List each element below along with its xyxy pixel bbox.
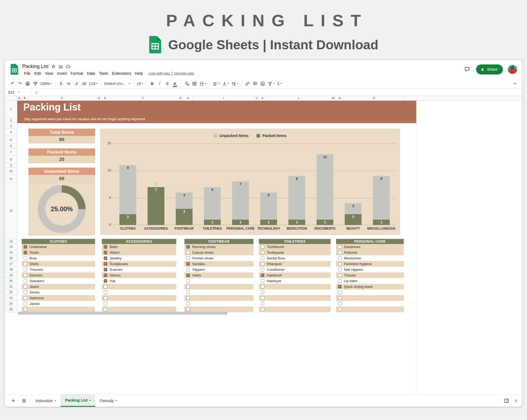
checklist-row[interactable]: ✓Jewelry bbox=[102, 255, 176, 261]
checkbox-empty[interactable] bbox=[24, 308, 27, 311]
checklist-row[interactable]: Lip balm bbox=[336, 278, 404, 284]
checklist-row[interactable] bbox=[184, 284, 253, 289]
checklist-row[interactable] bbox=[336, 301, 404, 307]
tab-instruction[interactable]: Instruction▾ bbox=[31, 395, 61, 407]
create-filter-button[interactable]: ▾ bbox=[266, 80, 275, 87]
checkbox-gloves[interactable]: ✓ bbox=[104, 274, 107, 277]
checkbox-slippers[interactable] bbox=[186, 268, 190, 271]
checklist-row[interactable]: ✓Sandals bbox=[184, 261, 253, 267]
checklist-row[interactable]: Sweaters bbox=[22, 278, 95, 284]
checkbox-underwear[interactable]: ✓ bbox=[24, 245, 27, 249]
checkbox-empty[interactable] bbox=[338, 302, 341, 305]
checkbox-trousers[interactable] bbox=[24, 268, 27, 271]
borders-button[interactable] bbox=[191, 80, 198, 87]
checklist-row[interactable]: ✓Scarves bbox=[102, 267, 176, 272]
tab-packing-list[interactable]: Packing List▾ bbox=[61, 395, 95, 407]
checkbox-empty[interactable] bbox=[338, 291, 341, 294]
checkbox-empty[interactable] bbox=[104, 291, 107, 294]
checkbox-lip-balm[interactable] bbox=[338, 279, 341, 283]
checklist-row[interactable] bbox=[259, 284, 331, 289]
checkbox-empty[interactable] bbox=[261, 302, 264, 305]
checkbox-shirts[interactable] bbox=[24, 262, 27, 266]
column-header-l[interactable]: L bbox=[267, 96, 331, 100]
row-header-19[interactable]: 19 bbox=[5, 272, 17, 278]
row-header-24[interactable]: 24 bbox=[5, 301, 17, 307]
checklist-row[interactable]: Hairdryer bbox=[259, 278, 331, 284]
horizontal-scrollbar[interactable] bbox=[18, 312, 227, 315]
checkbox-dresses[interactable] bbox=[24, 274, 27, 277]
checkbox-empty[interactable] bbox=[104, 296, 107, 300]
checkbox-feminine-hygiene[interactable] bbox=[338, 262, 341, 266]
menu-file[interactable]: File bbox=[22, 71, 32, 76]
row-header-10[interactable]: 10 bbox=[5, 168, 17, 175]
checkbox-dental-floss[interactable] bbox=[261, 256, 264, 260]
checklist-row[interactable]: ✓Hairbrush bbox=[259, 272, 331, 278]
checklist-row[interactable] bbox=[102, 289, 176, 295]
bar-chart-panel[interactable]: Unpacked ItemsPacked Items 2970331617151… bbox=[100, 129, 400, 235]
column-header-o[interactable]: O bbox=[344, 96, 404, 100]
menu-format[interactable]: Format bbox=[69, 71, 85, 76]
row-header-12[interactable]: 12 bbox=[5, 183, 17, 239]
checkbox-empty[interactable] bbox=[338, 308, 341, 311]
row-header-21[interactable]: 21 bbox=[5, 284, 17, 289]
checklist-row[interactable]: Shampoo bbox=[259, 261, 331, 267]
collapse-toolbar-button[interactable] bbox=[511, 80, 518, 87]
checklist-row[interactable]: Deodorant bbox=[336, 244, 404, 250]
checklist-row[interactable]: ✓Underwear bbox=[22, 244, 95, 250]
checkbox-empty[interactable] bbox=[261, 296, 264, 300]
checkbox-empty[interactable] bbox=[261, 308, 264, 311]
undo-button[interactable]: ↶ bbox=[9, 80, 16, 87]
checklist-row[interactable]: Formal shoes bbox=[184, 255, 253, 261]
checklist-row[interactable] bbox=[184, 289, 253, 295]
checkbox-perfume[interactable] bbox=[338, 251, 341, 254]
checkbox-toothpaste[interactable] bbox=[261, 251, 264, 254]
checklist-row[interactable]: ✓Quick drying towel bbox=[336, 284, 404, 289]
column-header-d[interactable]: D bbox=[96, 96, 102, 100]
insert-chart-button[interactable] bbox=[259, 80, 266, 87]
checkbox-empty[interactable] bbox=[104, 302, 107, 305]
row-header-9[interactable]: 9 bbox=[5, 163, 17, 168]
share-button[interactable]: Share bbox=[476, 64, 503, 74]
checklist-row[interactable] bbox=[336, 307, 404, 312]
checklist-row[interactable]: ✓Hat bbox=[102, 278, 176, 284]
row-header-8[interactable]: 8 bbox=[5, 156, 17, 163]
column-header-k[interactable]: K bbox=[259, 96, 267, 100]
checkbox-tissues[interactable] bbox=[338, 274, 341, 277]
checkbox-sandals[interactable]: ✓ bbox=[186, 262, 190, 266]
name-box[interactable]: Z12 ▾ bbox=[5, 89, 31, 96]
checkbox-belts[interactable]: ✓ bbox=[104, 245, 107, 249]
row-header-2[interactable]: 2 bbox=[5, 118, 17, 123]
checklist-row[interactable] bbox=[336, 289, 404, 295]
row-header-15[interactable]: 15 bbox=[5, 250, 17, 255]
redo-button[interactable]: ↷ bbox=[16, 80, 24, 87]
menu-help[interactable]: Help bbox=[133, 71, 145, 76]
column-header-m[interactable]: M bbox=[331, 96, 336, 100]
checkbox-empty[interactable] bbox=[186, 308, 190, 311]
row-header-5[interactable]: 5 bbox=[5, 136, 17, 144]
column-header-f[interactable]: F bbox=[108, 96, 178, 100]
donut-chart-panel[interactable]: 25.00% bbox=[28, 183, 95, 236]
checklist-row[interactable]: Casual shoes bbox=[184, 250, 253, 255]
checkbox-empty[interactable] bbox=[186, 279, 190, 283]
checklist-row[interactable] bbox=[102, 301, 176, 307]
text-color-button[interactable]: A bbox=[171, 80, 178, 87]
row-header-6[interactable]: 6 bbox=[5, 144, 17, 148]
checklist-row[interactable]: Dental floss bbox=[259, 255, 331, 261]
stat-label-unpacked-items[interactable]: Unpacked Items bbox=[28, 168, 95, 175]
tab-formula[interactable]: Formula▾ bbox=[95, 395, 121, 407]
title-banner-cell[interactable]: Packing List Stay organized when you tra… bbox=[17, 101, 416, 123]
checkbox-hairbrush[interactable]: ✓ bbox=[261, 274, 264, 277]
paint-format-button[interactable] bbox=[31, 80, 39, 87]
checkbox-bras[interactable] bbox=[24, 256, 27, 260]
checklist-row[interactable]: Bras bbox=[22, 255, 95, 261]
checklist-row[interactable] bbox=[259, 307, 331, 312]
checklist-row[interactable]: ✓Heels bbox=[184, 272, 253, 278]
checklist-row[interactable] bbox=[184, 295, 253, 301]
checklist-row[interactable] bbox=[102, 295, 176, 301]
checklist-row[interactable] bbox=[184, 307, 253, 312]
checklist-row[interactable]: ✓Socks bbox=[22, 250, 95, 255]
cloud-status-icon[interactable] bbox=[66, 64, 71, 69]
checkbox-empty[interactable] bbox=[186, 291, 190, 294]
vertical-align-button[interactable]: ▾ bbox=[221, 80, 230, 87]
checklist-row[interactable] bbox=[336, 295, 404, 301]
